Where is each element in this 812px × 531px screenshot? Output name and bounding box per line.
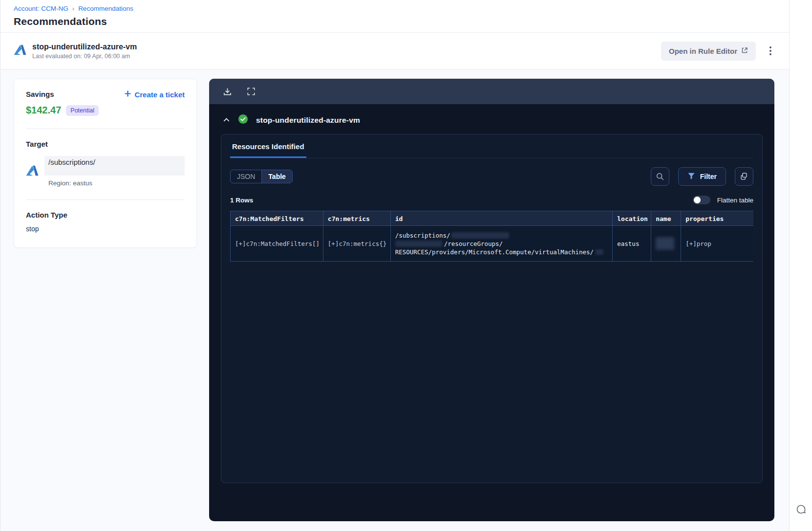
create-ticket-label: Create a ticket xyxy=(134,90,185,99)
filter-button[interactable]: Filter xyxy=(678,167,726,186)
panel-toolbar xyxy=(209,79,774,104)
redacted-subscription-id xyxy=(451,232,509,239)
resources-table: c7n:MatchedFilters c7n:metrics id locati… xyxy=(230,211,753,262)
view-mode-toggle: JSON Table xyxy=(230,170,293,183)
rule-header-actions: Open in Rule Editor xyxy=(661,42,774,61)
col-header-matchedfilters[interactable]: c7n:MatchedFilters xyxy=(235,215,304,222)
content-area: Savings Create a ticket $142.47 Potentia… xyxy=(0,69,789,531)
rule-title-block: stop-underutilized-azure-vm Last evaluat… xyxy=(32,43,137,60)
col-header-name[interactable]: name xyxy=(656,215,671,222)
redacted-resource-group xyxy=(395,241,442,247)
redacted-vm-name xyxy=(596,249,603,255)
main-column: Account: CCM-NG › Recommendations Recomm… xyxy=(0,0,789,531)
view-json-button[interactable]: JSON xyxy=(231,170,262,183)
flatten-table-label: Flatten table xyxy=(717,197,753,204)
panel-rule-row: stop-underutilized-azure-vm xyxy=(209,104,774,129)
copy-button[interactable] xyxy=(735,167,753,186)
target-path: /subscriptions/ xyxy=(48,158,95,166)
open-in-rule-editor-button[interactable]: Open in Rule Editor xyxy=(661,42,756,61)
filter-label: Filter xyxy=(700,173,717,180)
more-options-menu-button[interactable] xyxy=(767,44,774,58)
table-row: [+]c7n:MatchedFilters[] [+]c7n:metrics{}… xyxy=(231,226,753,261)
breadcrumb-account-link[interactable]: Account: CCM-NG xyxy=(14,5,68,12)
page-title: Recommendations xyxy=(14,16,789,27)
savings-label: Savings xyxy=(26,90,54,98)
fullscreen-button[interactable] xyxy=(246,86,256,97)
redacted-name xyxy=(656,237,674,250)
rows-row: 1 Rows Flatten table xyxy=(230,196,753,204)
chat-help-button[interactable] xyxy=(794,503,807,517)
resources-card: Resources Identified JSON Table xyxy=(221,134,763,483)
breadcrumb-separator-icon: › xyxy=(72,5,74,12)
target-label: Target xyxy=(26,140,185,148)
collapse-chevron-up-icon[interactable] xyxy=(223,116,230,124)
breadcrumb-recommendations-link[interactable]: Recommendations xyxy=(78,5,133,12)
target-region: Region: eastus xyxy=(44,179,185,187)
panel-rule-name: stop-underutilized-azure-vm xyxy=(256,116,360,125)
success-check-icon xyxy=(238,114,248,126)
create-ticket-button[interactable]: Create a ticket xyxy=(124,90,185,99)
topbar: Account: CCM-NG › Recommendations Recomm… xyxy=(0,0,789,32)
external-link-icon xyxy=(741,47,748,55)
azure-target-icon xyxy=(26,164,39,179)
resources-table-wrap: c7n:MatchedFilters c7n:metrics id locati… xyxy=(230,211,753,262)
filter-funnel-icon xyxy=(687,172,695,181)
col-header-metrics[interactable]: c7n:metrics xyxy=(328,215,370,222)
flatten-group: Flatten table xyxy=(693,196,753,204)
divider xyxy=(26,129,185,129)
rule-identity: stop-underutilized-azure-vm Last evaluat… xyxy=(14,43,137,60)
col-header-id[interactable]: id xyxy=(395,215,403,222)
target-detail: /subscriptions/ Region: eastus xyxy=(44,156,185,187)
search-button[interactable] xyxy=(651,167,669,186)
flatten-table-toggle[interactable] xyxy=(693,196,710,204)
rule-name: stop-underutilized-azure-vm xyxy=(32,43,137,51)
cell-id: /subscriptions/ /resourceGroups/ RESOURC… xyxy=(391,226,613,261)
action-type-label: Action Type xyxy=(26,211,185,219)
cell-name xyxy=(651,226,681,261)
potential-badge: Potential xyxy=(66,105,99,116)
target-path-redacted: /subscriptions/ xyxy=(44,156,185,176)
cell-properties-expand[interactable]: [+]prop xyxy=(685,240,750,247)
savings-card: Savings Create a ticket $142.47 Potentia… xyxy=(14,79,197,248)
cell-location: eastus xyxy=(617,240,646,247)
divider xyxy=(26,199,185,200)
rule-last-evaluated: Last evaluated on: 09 Apr, 06:00 am xyxy=(32,53,137,60)
view-table-button[interactable]: Table xyxy=(262,170,292,183)
rows-count: 1 Rows xyxy=(230,197,253,204)
col-header-properties[interactable]: properties xyxy=(685,215,724,222)
right-rail xyxy=(789,0,812,531)
col-header-location[interactable]: location xyxy=(617,215,648,222)
cell-metrics-expand[interactable]: [+]c7n:metrics{} xyxy=(328,240,386,247)
action-type-value: stop xyxy=(26,225,185,233)
results-panel: stop-underutilized-azure-vm Resources Id… xyxy=(209,79,774,521)
savings-amount: $142.47 xyxy=(26,105,61,116)
table-actions: Filter xyxy=(651,167,753,186)
tabs-row: Resources Identified xyxy=(230,134,753,158)
breadcrumb: Account: CCM-NG › Recommendations xyxy=(14,5,789,12)
cell-matchedfilters-expand[interactable]: [+]c7n:MatchedFilters[] xyxy=(235,240,319,247)
azure-logo-icon xyxy=(14,44,26,58)
open-in-rule-editor-label: Open in Rule Editor xyxy=(669,47,737,55)
download-button[interactable] xyxy=(222,86,233,97)
tab-resources-identified[interactable]: Resources Identified xyxy=(230,142,306,158)
controls-row: JSON Table Filter xyxy=(230,167,753,186)
rule-header: stop-underutilized-azure-vm Last evaluat… xyxy=(0,33,789,69)
plus-icon xyxy=(124,90,131,99)
table-header-row: c7n:MatchedFilters c7n:metrics id locati… xyxy=(231,211,753,226)
